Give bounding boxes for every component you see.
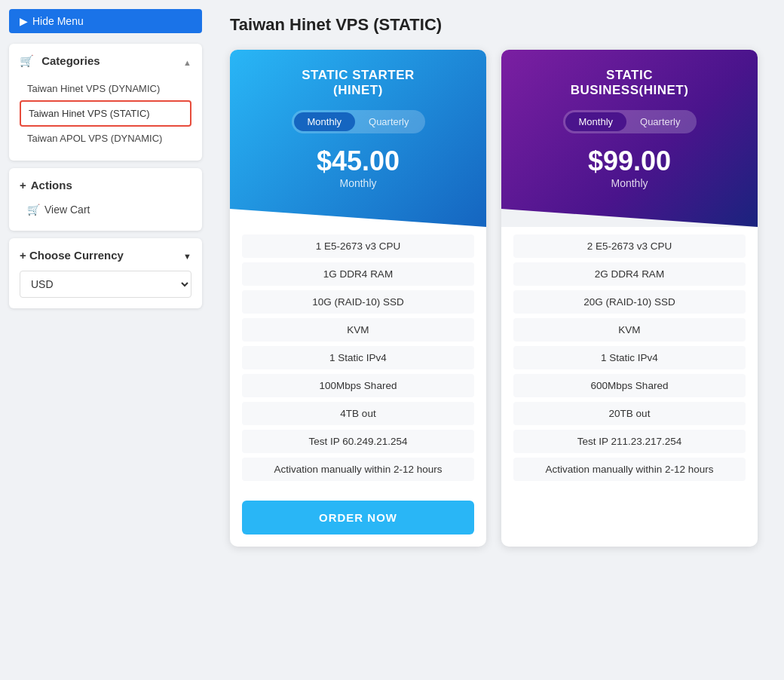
categories-header: 🛒 Categories (20, 54, 191, 68)
categories-card: 🛒 Categories Taiwan Hinet VPS (DYNAMIC) … (9, 44, 202, 161)
quarterly-btn-starter[interactable]: Quarterly (355, 112, 422, 131)
plan-header-starter: STATIC STARTER (HINET) Monthly Quarterly… (230, 50, 486, 227)
sidebar: ▶ Hide Menu 🛒 Categories Taiwan Hinet VP… (0, 0, 211, 317)
feature-activation-business: Activation manually within 2-12 hours (513, 458, 746, 481)
plan-header-business: STATIC BUSINESS(HINET) Monthly Quarterly… (501, 50, 758, 227)
feature-bandwidth-business: 600Mbps Shared (513, 374, 746, 397)
feature-ram-starter: 1G DDR4 RAM (242, 262, 474, 286)
plan-name-starter: STATIC STARTER (HINET) (242, 68, 474, 98)
category-item-1[interactable]: Taiwan Hinet VPS (DYNAMIC) (20, 77, 191, 100)
feature-ipv4-business: 1 Static IPv4 (513, 346, 746, 369)
category-item-2[interactable]: Taiwan Hinet VPS (STATIC) (20, 100, 191, 127)
monthly-btn-starter[interactable]: Monthly (294, 112, 356, 131)
order-now-button-starter[interactable]: ORDER NOW (242, 501, 474, 535)
page-title: Taiwan Hinet VPS (STATIC) (230, 15, 769, 35)
billing-toggle-business: Monthly Quarterly (563, 110, 697, 133)
billing-toggle-starter: Monthly Quarterly (292, 110, 425, 133)
category-item-3[interactable]: Taiwan APOL VPS (DYNAMIC) (20, 127, 191, 150)
feature-ipv4-starter: 1 Static IPv4 (242, 346, 474, 369)
plan-name-business: STATIC BUSINESS(HINET) (513, 68, 746, 98)
currency-card: + Choose Currency USD EUR GBP CNY (9, 238, 202, 308)
actions-button[interactable]: + + Actions Actions (20, 179, 72, 191)
plans-container: STATIC STARTER (HINET) Monthly Quarterly… (230, 50, 769, 547)
plan-price-business: $99.00 (513, 145, 746, 177)
feature-cpu-business: 2 E5-2673 v3 CPU (513, 234, 746, 258)
cart-icon: 🛒 (20, 54, 34, 67)
main-content: Taiwan Hinet VPS (STATIC) STATIC STARTER… (222, 0, 784, 562)
feature-ssd-starter: 10G (RAID-10) SSD (242, 290, 474, 314)
plan-period-business: Monthly (513, 177, 746, 189)
chevron-up-icon (183, 55, 191, 68)
feature-activation-starter: Activation manually within 2-12 hours (242, 458, 474, 481)
feature-kvm-starter: KVM (242, 318, 474, 342)
plan-period-starter: Monthly (242, 177, 474, 189)
plan-price-starter: $45.00 (242, 145, 474, 177)
view-cart-button[interactable]: 🛒 View Cart (20, 199, 97, 220)
hide-menu-button[interactable]: ▶ Hide Menu (9, 9, 202, 33)
actions-card: + + Actions Actions 🛒 View Cart (9, 168, 202, 231)
cart-icon-2: 🛒 (27, 204, 40, 216)
feature-traffic-starter: 4TB out (242, 402, 474, 425)
quarterly-btn-business[interactable]: Quarterly (626, 112, 694, 131)
feature-traffic-business: 20TB out (513, 402, 746, 425)
currency-select[interactable]: USD EUR GBP CNY (20, 271, 191, 298)
feature-testip-business: Test IP 211.23.217.254 (513, 430, 746, 453)
feature-kvm-business: KVM (513, 318, 746, 342)
plan-card-business: STATIC BUSINESS(HINET) Monthly Quarterly… (501, 50, 758, 547)
currency-header: + Choose Currency (20, 249, 191, 262)
plus-icon: + (20, 179, 26, 191)
plan-features-starter: 1 E5-2673 v3 CPU 1G DDR4 RAM 10G (RAID-1… (230, 227, 486, 493)
plan-features-business: 2 E5-2673 v3 CPU 2G DDR4 RAM 20G (RAID-1… (501, 227, 758, 493)
plan-card-starter: STATIC STARTER (HINET) Monthly Quarterly… (230, 50, 486, 547)
feature-bandwidth-starter: 100Mbps Shared (242, 374, 474, 397)
feature-ram-business: 2G DDR4 RAM (513, 262, 746, 286)
feature-ssd-business: 20G (RAID-10) SSD (513, 290, 746, 314)
feature-cpu-starter: 1 E5-2673 v3 CPU (242, 234, 474, 258)
monthly-btn-business[interactable]: Monthly (565, 112, 627, 131)
feature-testip-starter: Test IP 60.249.21.254 (242, 430, 474, 453)
eye-icon: ▶ (20, 15, 28, 27)
chevron-icon (183, 249, 191, 262)
